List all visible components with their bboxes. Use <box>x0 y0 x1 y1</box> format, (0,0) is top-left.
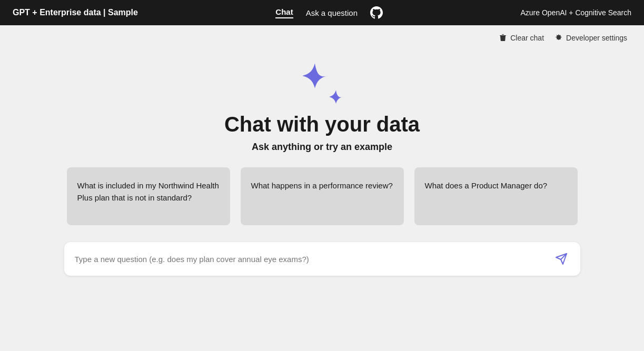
navbar: GPT + Enterprise data | Sample Chat Ask … <box>0 0 644 25</box>
chat-input[interactable] <box>75 255 553 264</box>
app-title: GPT + Enterprise data | Sample <box>13 8 138 17</box>
navbar-left: GPT + Enterprise data | Sample <box>13 8 138 17</box>
chat-input-area <box>64 242 580 276</box>
trash-icon <box>499 34 507 42</box>
clear-chat-label: Clear chat <box>510 34 544 42</box>
example-cards: What is included in my Northwind Health … <box>46 167 599 225</box>
sparkle-icon <box>301 62 343 104</box>
clear-chat-button[interactable]: Clear chat <box>499 34 544 42</box>
example-card-3[interactable]: What does a Product Manager do? <box>414 167 578 225</box>
toolbar: Clear chat Developer settings <box>0 25 644 46</box>
send-icon <box>555 253 568 265</box>
example-card-2[interactable]: What happens in a performance review? <box>241 167 404 225</box>
navbar-center: Chat Ask a question <box>275 6 383 19</box>
example-card-1[interactable]: What is included in my Northwind Health … <box>67 167 230 225</box>
navbar-brand: Azure OpenAI + Cognitive Search <box>520 8 631 17</box>
sparkle-large <box>301 62 329 89</box>
send-button[interactable] <box>553 250 570 267</box>
nav-chat[interactable]: Chat <box>275 7 293 18</box>
main-content: Chat with your data Ask anything or try … <box>0 46 644 276</box>
developer-settings-button[interactable]: Developer settings <box>554 34 627 42</box>
github-icon[interactable] <box>370 6 383 19</box>
sparkle-small <box>329 89 343 104</box>
developer-settings-label: Developer settings <box>566 34 627 42</box>
main-subtitle: Ask anything or try an example <box>252 142 392 153</box>
gear-icon <box>554 34 563 42</box>
main-title: Chat with your data <box>224 113 420 136</box>
nav-ask-question[interactable]: Ask a question <box>306 8 358 17</box>
